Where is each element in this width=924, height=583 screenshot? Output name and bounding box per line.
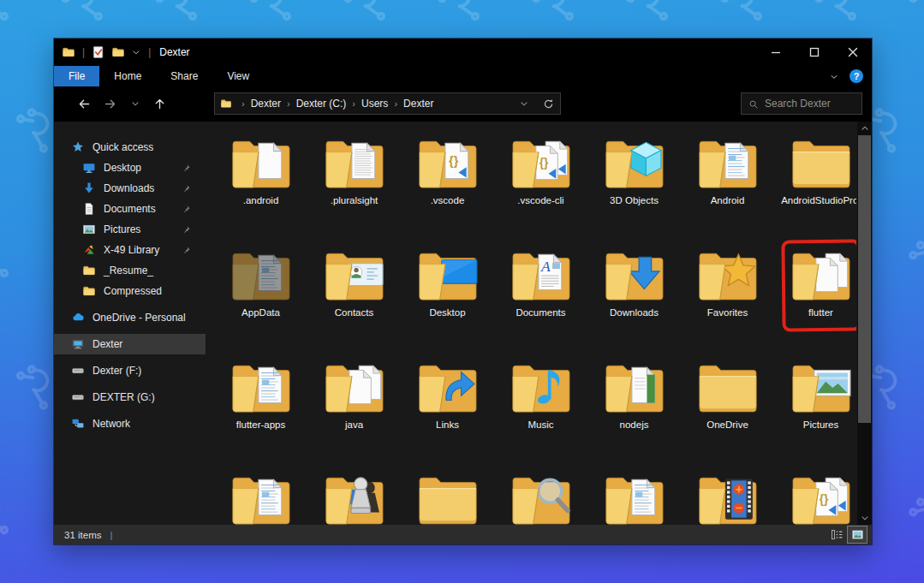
monitor-icon [82,161,96,175]
folder-item-favorites[interactable]: Favorites [681,246,774,358]
breadcrumb-item[interactable]: Dexter [249,98,283,110]
folder-plain-icon [694,358,761,418]
folder-item--android[interactable]: .android [214,134,307,246]
pattern-doodle [243,0,306,31]
folder-item-unlabeled[interactable] [494,470,587,525]
folder-magnifier-icon [508,470,575,525]
folder-cube-icon [601,134,668,193]
sidebar-item-desktop[interactable]: Desktop [54,158,206,178]
up-button[interactable] [148,92,170,115]
back-button[interactable] [73,92,95,115]
properties-check-icon[interactable] [92,45,105,59]
folder-item-label: .pluralsight [331,195,379,206]
tab-share[interactable]: Share [156,66,212,86]
ribbon-right-controls: ? [829,66,872,86]
folder-doc-blue-icon [694,134,761,193]
folder-item-documents[interactable]: A Documents [494,246,587,358]
folder-item-links[interactable]: Links [401,358,494,470]
folder-item-desktop[interactable]: Desktop [401,246,494,358]
folder-monitor-icon [414,246,481,306]
new-folder-icon[interactable] [111,45,125,59]
sidebar-item-resume[interactable]: _Resume_ [54,260,206,281]
folder-item-3d-objects[interactable]: 3D Objects [587,134,681,246]
explorer-window: | | Dexter FileHomeShareView ? ›Dexter›D… [54,39,872,544]
folder-item-java[interactable]: java [307,358,401,470]
sidebar-item-onedrive-personal[interactable]: OneDrive - Personal [54,307,206,328]
tab-home[interactable]: Home [99,66,156,86]
folder-item-label: OneDrive [706,419,748,431]
search-box[interactable]: Search Dexter [741,92,862,115]
close-button[interactable] [833,39,872,66]
folder-item-unlabeled[interactable] [587,470,681,525]
sidebar-item-documents[interactable]: Documents [54,199,206,219]
address-bar[interactable]: ›Dexter›Dexter (C:)›Users›Dexter [214,92,561,115]
sidebar-item-network[interactable]: Network [54,413,206,434]
folder-item-unlabeled[interactable] [214,470,307,525]
folder-item-onedrive[interactable]: OneDrive [681,358,774,470]
breadcrumb-item[interactable]: Dexter [402,98,435,110]
folder-item-unlabeled[interactable] [401,470,494,525]
file-list-pane: .android .pluralsight {} .vscode {} {} .… [206,122,872,525]
quick-access-toolbar: | | Dexter [54,45,190,59]
folder-item-androidstudioproj[interactable]: AndroidStudioProj [774,134,856,246]
breadcrumb-item[interactable]: Dexter (C:) [295,98,349,110]
vertical-scrollbar[interactable] [857,122,872,525]
folder-item--vscode-cli[interactable]: {} {} .vscode-cli [494,134,587,246]
folder-doc-code2-icon: {} {} [788,470,855,525]
tab-view[interactable]: View [212,66,264,86]
folder-doc-code-icon: {} [414,134,481,193]
sidebar-item-dexter[interactable]: Dexter [54,334,206,354]
network-icon [71,417,85,431]
folder-item-pictures[interactable]: Pictures [774,358,856,470]
minimize-button[interactable] [756,39,795,66]
folder-item-contacts[interactable]: Contacts [307,246,401,358]
address-dropdown-chevron-icon[interactable] [512,93,536,114]
folder-item-flutter-apps[interactable]: flutter-apps [214,358,307,470]
folder-doc-blue-icon [601,470,668,525]
folder-item-unlabeled[interactable] [307,470,401,525]
sidebar-item-compressed[interactable]: Compressed [54,281,206,301]
folder-item--pluralsight[interactable]: .pluralsight [307,134,401,246]
folder-item-downloads[interactable]: Downloads [587,246,681,358]
qat-chevron-down-icon[interactable] [131,47,141,57]
breadcrumb-item[interactable]: Users [360,98,390,110]
pin-icon [182,204,192,214]
help-icon[interactable]: ? [849,69,863,83]
sidebar-item-dexter-g[interactable]: DEXTER (G:) [54,387,206,408]
sidebar-item-dexter-f[interactable]: Dexter (F:) [54,360,206,381]
folder-item-unlabeled[interactable]: {} {} [774,470,856,525]
scrollbar-thumb[interactable] [858,135,871,423]
folder-grid: .android .pluralsight {} .vscode {} {} .… [214,122,856,525]
scroll-up-chevron-icon[interactable] [857,122,872,135]
forward-button[interactable] [98,92,121,115]
recent-locations-chevron[interactable] [124,92,146,115]
folder-item-label: java [345,419,363,431]
sidebar-item-label: Network [92,418,130,430]
details-view-icon[interactable] [827,526,846,543]
ribbon-expand-chevron-icon[interactable] [829,71,839,81]
sidebar-item-pictures[interactable]: Pictures [54,219,206,240]
folder-item-unlabeled[interactable] [681,470,774,525]
thumbnails-view-icon[interactable] [848,526,867,543]
folder-item-nodejs[interactable]: nodejs [587,358,681,470]
folder-item--vscode[interactable]: {} .vscode [401,134,494,246]
sidebar-item-downloads[interactable]: Downloads [54,178,206,199]
folder-item-appdata[interactable]: AppData [214,246,307,358]
maximize-button[interactable] [795,39,833,66]
document-icon [82,202,96,216]
sidebar-item-quick-access[interactable]: Quick access [54,137,206,158]
folder-item-flutter[interactable]: flutter [774,246,856,358]
refresh-icon[interactable] [536,93,560,114]
folder-item-music[interactable]: Music [494,358,587,470]
pattern-doodle [903,483,924,545]
tab-file[interactable]: File [54,66,99,86]
folder-item-android[interactable]: Android [681,134,774,246]
scroll-down-chevron-icon[interactable] [857,511,872,525]
drive-icon [71,364,85,378]
pin-icon [182,224,192,235]
cloud-icon [71,311,85,324]
crumb-separator-icon: › [237,98,249,109]
pattern-doodle [526,0,588,31]
window-controls [756,39,872,66]
sidebar-item-x-49-library[interactable]: X-49 Library [54,240,206,260]
